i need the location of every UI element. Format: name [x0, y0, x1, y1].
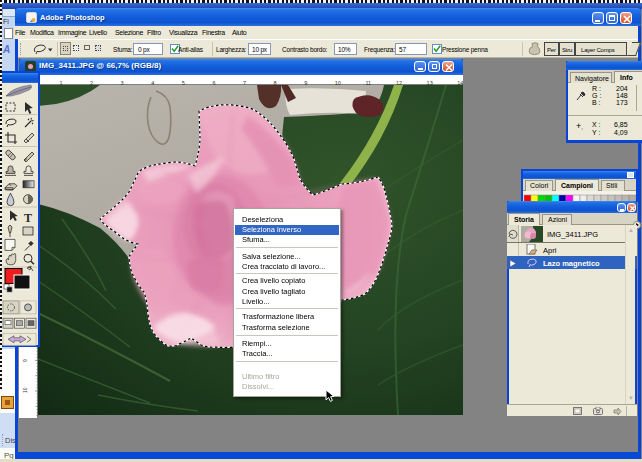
svg-text:10: 10 — [22, 387, 28, 393]
svg-text:T: T — [24, 211, 32, 225]
svg-text:9: 9 — [22, 359, 28, 362]
